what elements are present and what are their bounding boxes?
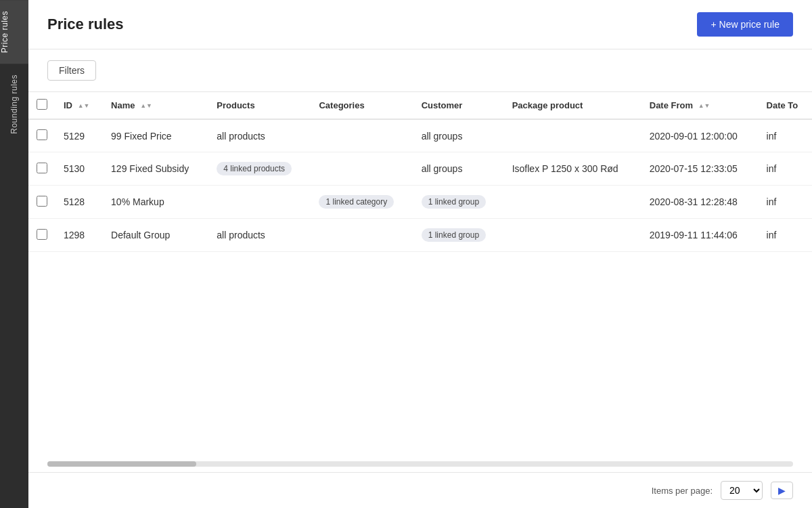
row-categories: 1 linked category [311,186,413,219]
page-header: Price rules + New price rule [28,0,812,49]
col-package-product: Package product [504,92,641,119]
customer-badge: 1 linked group [422,195,486,209]
table-row[interactable]: 5130129 Fixed Subsidy4 linked productsal… [28,152,812,186]
row-package-product [504,119,641,152]
sidebar: Price rules Rounding rules [0,0,28,508]
name-sort-icon: ▲▼ [140,103,152,109]
row-products: all products [208,119,311,152]
select-all-header [28,92,55,119]
row-id: 5129 [55,119,103,152]
row-id: 5128 [55,186,103,219]
row-categories [311,219,413,252]
row-products: all products [208,219,311,252]
table-container: ID ▲▼ Name ▲▼ Products Categories Custom [28,92,812,461]
products-badge: 4 linked products [217,162,292,175]
table-row[interactable]: 512999 Fixed Priceall productsall groups… [28,119,812,152]
row-id: 5130 [55,152,103,186]
row-name: 129 Fixed Subsidy [103,152,208,186]
row-date-to: inf [759,119,812,152]
items-per-page-select[interactable]: 20 50 100 [721,481,763,500]
col-name[interactable]: Name ▲▼ [103,92,208,119]
row-checkbox-cell [28,186,55,219]
row-3-checkbox[interactable] [37,229,47,240]
select-all-checkbox[interactable] [37,99,47,110]
row-checkbox-cell [28,152,55,186]
row-categories [311,119,413,152]
row-products: 4 linked products [208,152,311,186]
row-date-to: inf [759,152,812,186]
items-per-page-label: Items per page: [652,486,713,496]
row-id: 1298 [55,219,103,252]
table-body: 512999 Fixed Priceall productsall groups… [28,119,812,252]
categories-badge: 1 linked category [319,195,394,209]
row-checkbox-cell [28,219,55,252]
row-0-checkbox[interactable] [37,129,47,140]
row-1-checkbox[interactable] [37,163,47,173]
sidebar-item-rounding-rules[interactable]: Rounding rules [9,64,19,145]
col-date-to: Date To [759,92,812,119]
scrollbar-thumb[interactable] [47,461,196,467]
table-row[interactable]: 512810% Markup1 linked category1 linked … [28,186,812,219]
id-sort-icon: ▲▼ [78,103,90,109]
col-products: Products [208,92,311,119]
horizontal-scrollbar[interactable] [47,461,793,467]
col-id[interactable]: ID ▲▼ [55,92,103,119]
table-row[interactable]: 1298Default Groupall products1 linked gr… [28,219,812,252]
table-header-row: ID ▲▼ Name ▲▼ Products Categories Custom [28,92,812,119]
row-customer: all groups [413,119,504,152]
page-title: Price rules [47,16,124,33]
row-package-product [504,186,641,219]
row-2-checkbox[interactable] [37,196,47,207]
row-categories [311,152,413,186]
row-name: 99 Fixed Price [103,119,208,152]
row-date-from: 2020-09-01 12:00:00 [641,119,759,152]
row-date-from: 2019-09-11 11:44:06 [641,219,759,252]
col-categories: Categories [311,92,413,119]
row-customer: 1 linked group [413,219,504,252]
row-package-product: Isoflex P 1250 x 300 Rød [504,152,641,186]
row-customer: all groups [413,152,504,186]
price-rules-table: ID ▲▼ Name ▲▼ Products Categories Custom [28,92,812,252]
row-customer: 1 linked group [413,186,504,219]
page-nav-button[interactable]: ▶ [771,482,793,499]
filters-button[interactable]: Filters [47,60,96,81]
col-date-from[interactable]: Date From ▲▼ [641,92,759,119]
row-products [208,186,311,219]
row-name: 10% Markup [103,186,208,219]
row-date-from: 2020-07-15 12:33:05 [641,152,759,186]
col-customer: Customer [413,92,504,119]
sidebar-item-price-rules[interactable]: Price rules [0,0,28,64]
row-checkbox-cell [28,119,55,152]
row-date-to: inf [759,186,812,219]
row-name: Default Group [103,219,208,252]
row-package-product [504,219,641,252]
filters-bar: Filters [28,49,812,92]
date-from-sort-icon: ▲▼ [698,103,710,109]
new-price-rule-button[interactable]: + New price rule [697,12,793,37]
row-date-to: inf [759,219,812,252]
row-date-from: 2020-08-31 12:28:48 [641,186,759,219]
main-content: Price rules + New price rule Filters ID … [28,0,812,508]
customer-badge: 1 linked group [422,228,486,242]
footer-bar: Items per page: 20 50 100 ▶ [28,472,812,508]
